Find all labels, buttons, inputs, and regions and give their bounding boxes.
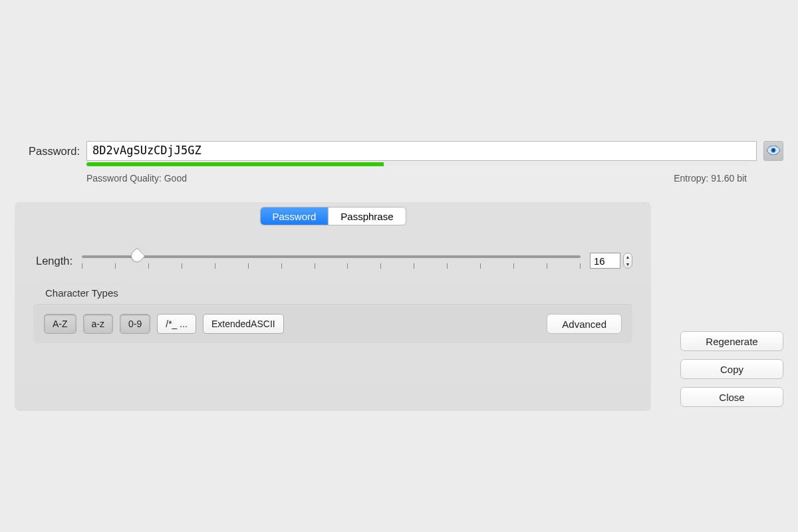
- quality-text: Password Quality: Good: [86, 173, 187, 184]
- password-label: Password:: [15, 145, 80, 158]
- stepper-down-icon[interactable]: ▼: [626, 262, 630, 267]
- character-types-group: Character Types A-Za-z0-9/*_ ...Extended…: [33, 287, 632, 343]
- settings-panel: Password Passphrase Length: ▲ ▼ Characte…: [15, 202, 651, 411]
- length-row: Length: ▲ ▼: [36, 249, 632, 273]
- length-stepper[interactable]: ▲ ▼: [623, 253, 632, 269]
- regenerate-button[interactable]: Regenerate: [680, 331, 783, 351]
- password-input[interactable]: [86, 141, 757, 161]
- character-types-title: Character Types: [45, 287, 632, 299]
- stepper-up-icon[interactable]: ▲: [626, 255, 630, 259]
- svg-point-1: [773, 149, 775, 151]
- tab-password[interactable]: Password: [260, 207, 328, 225]
- copy-button[interactable]: Copy: [680, 359, 783, 379]
- eye-icon: [767, 146, 780, 157]
- slider-ticks: [82, 263, 581, 269]
- charset-toggle-digits[interactable]: 0-9: [120, 314, 150, 334]
- tab-passphrase[interactable]: Passphrase: [328, 207, 405, 225]
- length-slider[interactable]: [82, 249, 581, 273]
- length-label: Length:: [36, 255, 72, 267]
- charset-toggle-lower[interactable]: a-z: [83, 314, 113, 334]
- charset-toggle-upper[interactable]: A-Z: [44, 314, 76, 334]
- quality-bar-fill: [86, 162, 384, 166]
- character-types-box: A-Za-z0-9/*_ ...ExtendedASCII Advanced: [33, 304, 632, 343]
- action-buttons: Regenerate Copy Close: [680, 331, 783, 407]
- quality-bar: [86, 162, 747, 166]
- password-row: Password: Password Quality: Good Entropy…: [15, 141, 783, 184]
- charset-toggle-symbols[interactable]: /*_ ...: [157, 314, 196, 334]
- slider-track: [82, 255, 581, 258]
- slider-thumb[interactable]: [128, 247, 145, 264]
- mode-segmented-control: Password Passphrase: [260, 207, 405, 225]
- charset-toggle-extascii[interactable]: ExtendedASCII: [203, 314, 284, 334]
- length-field[interactable]: [590, 253, 620, 269]
- close-button[interactable]: Close: [680, 387, 783, 407]
- advanced-button[interactable]: Advanced: [547, 314, 622, 334]
- toggle-visibility-button[interactable]: [763, 141, 783, 161]
- entropy-text: Entropy: 91.60 bit: [674, 173, 747, 184]
